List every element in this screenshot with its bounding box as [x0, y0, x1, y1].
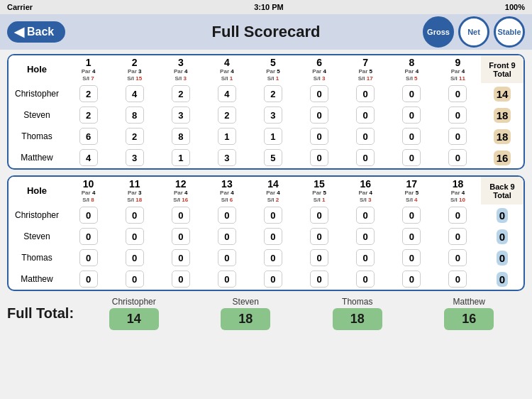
score-cell[interactable]: 0 [297, 247, 343, 268]
score-cell[interactable]: 0 [157, 268, 204, 290]
score-cell[interactable]: 0 [343, 268, 389, 290]
hole-label-back: Hole [9, 177, 65, 204]
score-cell[interactable]: 0 [65, 226, 111, 247]
score-cell[interactable]: 2 [111, 126, 157, 147]
score-cell[interactable]: 2 [157, 83, 204, 104]
score-cell[interactable]: 0 [250, 247, 296, 268]
score-cell[interactable]: 0 [389, 104, 435, 126]
score-cell[interactable]: 0 [435, 147, 481, 168]
score-cell[interactable]: 0 [204, 204, 250, 226]
score-cell[interactable]: 0 [389, 268, 435, 290]
score-cell[interactable]: 2 [250, 83, 296, 104]
hole-15: 15Par 5S/I 1 [297, 177, 343, 204]
score-cell[interactable]: 0 [111, 268, 157, 290]
score-cell[interactable]: 0 [435, 268, 481, 290]
score-cell[interactable]: 0 [65, 204, 111, 226]
hole-9: 9Par 4S/I 11 [435, 55, 481, 83]
score-cell[interactable]: 4 [65, 147, 111, 168]
player-name: Christopher [9, 204, 65, 226]
score-cell[interactable]: 6 [65, 126, 111, 147]
score-cell[interactable]: 0 [204, 247, 250, 268]
score-cell[interactable]: 0 [297, 204, 343, 226]
score-cell[interactable]: 0 [343, 247, 389, 268]
score-cell[interactable]: 0 [204, 226, 250, 247]
hole-16: 16Par 4S/I 3 [343, 177, 389, 204]
score-cell[interactable]: 0 [435, 104, 481, 126]
score-cell[interactable]: 0 [65, 268, 111, 290]
score-cell[interactable]: 0 [297, 147, 343, 168]
score-cell[interactable]: 0 [111, 226, 157, 247]
hole-5: 5Par 5S/I 1 [250, 55, 296, 83]
front9-player-row: Christopher24242000014 [9, 83, 523, 104]
score-cell[interactable]: 0 [297, 226, 343, 247]
score-cell[interactable]: 0 [297, 83, 343, 104]
back9-body: Christopher0000000000Steven0000000000Tho… [9, 204, 523, 290]
back9-total-header: Back 9Total [481, 177, 523, 204]
score-cell[interactable]: 0 [389, 126, 435, 147]
front9-player-row: Matthew43135000016 [9, 147, 523, 168]
score-cell[interactable]: 3 [111, 147, 157, 168]
back9-table: Hole 10Par 4S/I 8 11Par 3S/I 18 12Par 4S… [9, 177, 523, 290]
score-cell[interactable]: 0 [343, 104, 389, 126]
hole-10: 10Par 4S/I 8 [65, 177, 111, 204]
back-button[interactable]: ◀ Back [7, 21, 65, 43]
score-cell[interactable]: 0 [111, 204, 157, 226]
score-cell[interactable]: 0 [435, 247, 481, 268]
score-cell[interactable]: 0 [343, 204, 389, 226]
score-cell[interactable]: 0 [111, 247, 157, 268]
player-total-name: Matthew [414, 297, 526, 307]
tab-net[interactable]: Net [458, 16, 489, 48]
status-bar: Carrier 3:10 PM 100% [0, 0, 532, 14]
score-cell[interactable]: 1 [157, 147, 204, 168]
back9-player-row: Steven0000000000 [9, 226, 523, 247]
score-cell[interactable]: 2 [65, 104, 111, 126]
score-cell[interactable]: 0 [343, 147, 389, 168]
score-cell[interactable]: 2 [204, 104, 250, 126]
time-label: 3:10 PM [254, 3, 284, 11]
score-cell[interactable]: 1 [250, 126, 296, 147]
score-cell[interactable]: 1 [204, 126, 250, 147]
front9-table: Hole 1Par 4S/I 7 2Par 3S/I 15 3Par 4S/I … [9, 55, 523, 168]
score-cell[interactable]: 0 [343, 83, 389, 104]
score-cell[interactable]: 0 [389, 226, 435, 247]
score-cell[interactable]: 0 [157, 226, 204, 247]
score-cell[interactable]: 0 [389, 83, 435, 104]
score-cell[interactable]: 0 [343, 226, 389, 247]
hole-6: 6Par 4S/I 3 [297, 55, 343, 83]
score-cell[interactable]: 0 [435, 83, 481, 104]
score-cell[interactable]: 4 [111, 83, 157, 104]
score-cell[interactable]: 0 [297, 268, 343, 290]
score-cell[interactable]: 3 [204, 147, 250, 168]
score-cell[interactable]: 0 [250, 268, 296, 290]
header: ◀ Back Full Scorecard Gross Net Stable [0, 14, 532, 50]
player-name: Thomas [9, 247, 65, 268]
score-cell[interactable]: 0 [389, 147, 435, 168]
score-cell[interactable]: 0 [435, 204, 481, 226]
score-cell[interactable]: 0 [250, 226, 296, 247]
score-cell[interactable]: 0 [157, 247, 204, 268]
score-cell[interactable]: 0 [204, 268, 250, 290]
tab-stable[interactable]: Stable [494, 16, 525, 48]
score-cell[interactable]: 0 [250, 204, 296, 226]
score-cell[interactable]: 0 [343, 126, 389, 147]
score-cell[interactable]: 3 [157, 104, 204, 126]
score-cell[interactable]: 0 [389, 247, 435, 268]
score-cell[interactable]: 8 [111, 104, 157, 126]
score-cell[interactable]: 0 [297, 126, 343, 147]
back9-total-cell: 0 [481, 268, 523, 290]
score-cell[interactable]: 0 [65, 247, 111, 268]
score-cell[interactable]: 0 [157, 204, 204, 226]
score-cell[interactable]: 4 [204, 83, 250, 104]
score-cell[interactable]: 3 [250, 104, 296, 126]
tab-gross[interactable]: Gross [423, 16, 454, 48]
score-cell[interactable]: 0 [389, 204, 435, 226]
score-cell[interactable]: 0 [297, 104, 343, 126]
score-cell[interactable]: 8 [157, 126, 204, 147]
score-cell[interactable]: 0 [435, 226, 481, 247]
score-cell[interactable]: 5 [250, 147, 296, 168]
back9-header-row: Hole 10Par 4S/I 8 11Par 3S/I 18 12Par 4S… [9, 177, 523, 204]
score-cell[interactable]: 0 [435, 126, 481, 147]
player-name: Steven [9, 104, 65, 126]
score-cell[interactable]: 2 [65, 83, 111, 104]
battery-label: 100% [505, 3, 525, 11]
